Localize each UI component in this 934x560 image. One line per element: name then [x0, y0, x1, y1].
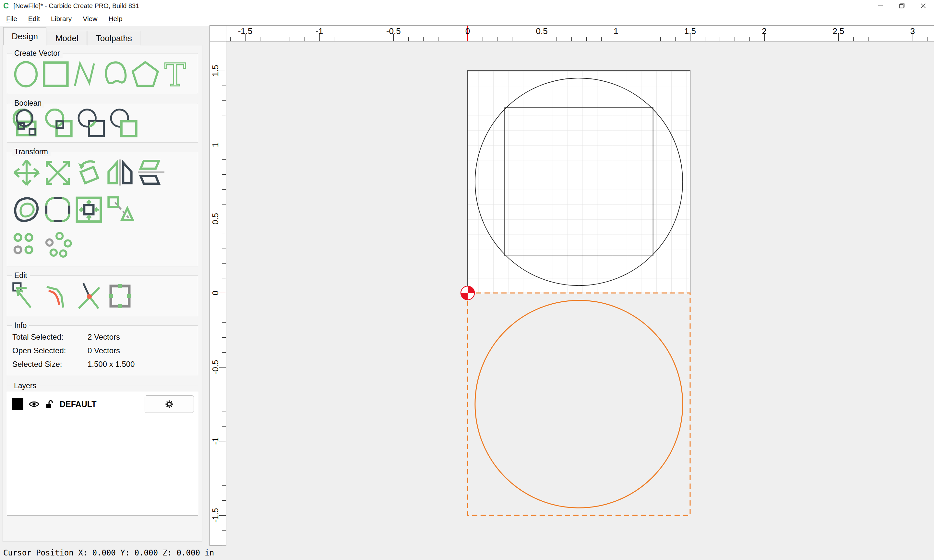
close-icon[interactable]: [912, 0, 934, 12]
trim-shapes-icon[interactable]: [105, 194, 136, 225]
tab-model[interactable]: Model: [47, 31, 87, 45]
h-ruler-tick: [260, 37, 260, 41]
v-ruler-tick: [222, 397, 226, 397]
v-ruler-tick: [222, 530, 226, 531]
section-label: Info: [12, 321, 29, 330]
v-ruler-tick: [222, 56, 226, 56]
h-ruler-tick: [230, 37, 231, 41]
layers-list[interactable]: DEFAULT: [7, 392, 198, 515]
unlock-icon[interactable]: [45, 399, 54, 409]
layer-row[interactable]: DEFAULT: [7, 392, 198, 413]
h-ruler-label: 2: [762, 26, 766, 36]
resize-handles-icon[interactable]: [105, 281, 136, 312]
boolean-intersection-icon[interactable]: [43, 109, 76, 138]
text-icon[interactable]: T: [160, 58, 190, 90]
h-ruler-label: 0: [465, 26, 470, 36]
menu-item-library[interactable]: Library: [45, 15, 77, 23]
minimize-icon[interactable]: [870, 0, 891, 12]
layer-settings-button[interactable]: [145, 395, 194, 413]
v-ruler-tick: [222, 100, 226, 101]
h-ruler-tick: [334, 37, 334, 41]
fillet-path-icon[interactable]: [42, 281, 73, 312]
mirror-horizontal-icon[interactable]: [105, 157, 136, 188]
v-ruler-tick: [219, 145, 226, 145]
color-swatch[interactable]: [12, 398, 23, 410]
h-ruler-label: 2.5: [832, 26, 844, 36]
menu-item-edit[interactable]: Edit: [23, 15, 45, 23]
section-create-vector: Create Vector T: [7, 53, 198, 94]
circular-array-icon[interactable]: [42, 231, 73, 262]
h-ruler-tick: [898, 37, 898, 41]
polygon-icon[interactable]: [130, 58, 160, 90]
v-ruler-label: -1: [211, 430, 220, 452]
v-ruler-label: 0: [211, 282, 220, 304]
rotate-icon[interactable]: [73, 157, 105, 188]
offset-vectors-icon[interactable]: [11, 194, 42, 225]
h-ruler-tick: [720, 37, 720, 41]
mirror-vertical-icon[interactable]: [136, 157, 167, 188]
v-ruler-tick: [222, 130, 226, 130]
vector-circle[interactable]: [475, 300, 683, 508]
boolean-subtract-front-icon[interactable]: [76, 109, 108, 138]
horizontal-ruler: -1.5-1-0.500.511.522.53: [227, 25, 934, 42]
polyline-icon[interactable]: [71, 58, 100, 90]
section-label: Edit: [12, 271, 30, 280]
h-ruler-label: 1: [613, 26, 618, 36]
canvas-workspace[interactable]: -1.5-1-0.500.511.522.53 1.510.50-0.5-1-1…: [210, 25, 934, 560]
h-ruler-tick: [275, 37, 275, 41]
boolean-subtract-back-icon[interactable]: [108, 109, 141, 138]
edit-nodes-icon[interactable]: [11, 281, 42, 312]
eye-icon[interactable]: [29, 399, 40, 409]
scale-icon[interactable]: [42, 157, 73, 188]
info-total-selected: Total Selected:2 Vectors: [7, 330, 198, 344]
menu-item-file[interactable]: File: [1, 15, 23, 23]
v-ruler-tick: [222, 86, 226, 86]
design-canvas[interactable]: [227, 42, 934, 560]
boolean-union-icon[interactable]: [11, 109, 43, 138]
rectangle-icon[interactable]: [41, 58, 71, 90]
layer-name: DEFAULT: [60, 400, 96, 409]
section-label: Create Vector: [12, 49, 63, 58]
h-ruler-tick: [675, 37, 675, 41]
linear-array-icon[interactable]: [11, 231, 42, 262]
fillet-corners-icon[interactable]: [42, 194, 73, 225]
h-ruler-tick: [423, 37, 424, 41]
v-ruler-tick: [222, 234, 226, 234]
gear-icon: [164, 398, 175, 410]
restore-icon[interactable]: [891, 0, 912, 12]
h-ruler-tick: [779, 37, 779, 41]
tab-design[interactable]: Design: [3, 27, 46, 45]
h-ruler-tick: [883, 37, 883, 41]
v-ruler-tick: [222, 115, 226, 115]
h-ruler-tick: [349, 37, 349, 41]
move-icon[interactable]: [11, 157, 42, 188]
v-ruler-tick: [222, 456, 226, 456]
h-ruler-tick: [794, 37, 794, 41]
v-ruler-tick: [222, 471, 226, 471]
title-bar: C [NewFile]* - Carbide Create PRO, Build…: [0, 0, 934, 12]
tab-toolpaths[interactable]: Toolpaths: [88, 31, 140, 45]
selection-box[interactable]: [468, 293, 690, 515]
v-ruler-tick: [222, 278, 226, 278]
menu-item-view[interactable]: View: [77, 15, 103, 23]
h-ruler-tick: [497, 37, 498, 41]
h-ruler-tick: [631, 37, 631, 41]
v-ruler-tick: [222, 204, 226, 205]
v-ruler-tick: [219, 71, 226, 71]
trim-vectors-icon[interactable]: [73, 281, 105, 312]
info-open-selected: Open Selected:0 Vectors: [7, 344, 198, 357]
v-ruler-label: 1: [211, 134, 220, 156]
grow-shrink-icon[interactable]: [73, 194, 105, 225]
v-ruler-tick: [219, 367, 226, 368]
h-ruler-tick: [364, 37, 364, 41]
section-label: Layers: [11, 382, 39, 390]
curve-icon[interactable]: [100, 58, 130, 90]
circle-icon[interactable]: [11, 58, 41, 90]
h-ruler-tick: [646, 37, 646, 41]
menu-item-help[interactable]: Help: [103, 15, 128, 23]
v-ruler-label: 1.5: [211, 59, 220, 82]
v-ruler-label: -0.5: [211, 356, 220, 378]
v-ruler-tick: [219, 293, 226, 293]
h-ruler-label: 1.5: [684, 26, 696, 36]
v-ruler-tick: [219, 441, 226, 442]
